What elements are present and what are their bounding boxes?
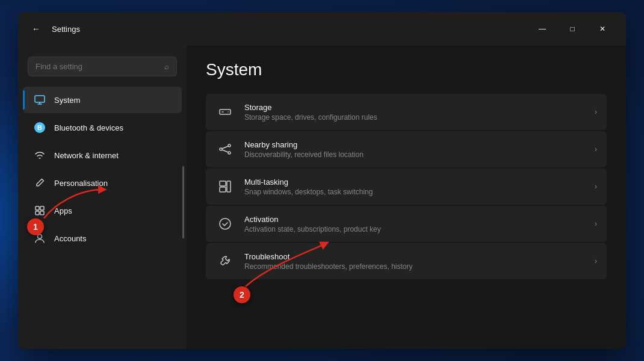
troubleshoot-title: Troubleshoot	[244, 252, 585, 261]
activation-chevron: ›	[595, 220, 597, 228]
settings-window: ← Settings — □ ✕	[18, 12, 626, 349]
sidebar-label-network: Network & internet	[54, 151, 119, 160]
nearby-sharing-title: Nearby sharing	[244, 140, 585, 149]
title-bar: ← Settings — □ ✕	[18, 12, 626, 46]
storage-icon	[215, 102, 235, 122]
svg-rect-3	[36, 211, 39, 215]
search-box[interactable]: ⌕	[28, 57, 177, 76]
svg-rect-2	[40, 206, 44, 210]
activation-desc: Activation state, subscriptions, product…	[244, 225, 585, 233]
svg-rect-1	[36, 206, 39, 210]
sidebar-item-personalisation[interactable]: Personalisation	[23, 170, 182, 196]
troubleshoot-desc: Recommended troubleshooters, preferences…	[244, 262, 585, 271]
minimize-button[interactable]: —	[528, 19, 556, 39]
troubleshoot-chevron: ›	[595, 257, 597, 265]
sidebar-item-bluetooth[interactable]: B Bluetooth & devices	[23, 114, 182, 141]
window-title: Settings	[52, 25, 80, 34]
svg-point-7	[220, 148, 222, 150]
svg-rect-6	[220, 110, 231, 114]
nearby-sharing-icon	[215, 140, 235, 159]
multitasking-text: Multi-tasking Snap windows, desktops, ta…	[244, 177, 585, 196]
nearby-sharing-desc: Discoverability, received files location	[244, 150, 585, 159]
svg-rect-0	[35, 96, 45, 102]
sidebar-label-apps: Apps	[54, 206, 72, 215]
page-title: System	[206, 60, 607, 79]
svg-rect-12	[227, 181, 231, 192]
search-container: ⌕	[18, 52, 187, 86]
svg-rect-4	[40, 211, 44, 215]
settings-item-multitasking[interactable]: Multi-tasking Snap windows, desktops, ta…	[206, 168, 607, 205]
settings-item-nearby-sharing[interactable]: Nearby sharing Discoverability, received…	[206, 131, 607, 167]
scrollbar[interactable]	[182, 166, 184, 238]
sidebar-item-network[interactable]: Network & internet	[23, 142, 182, 168]
settings-item-storage[interactable]: Storage Storage space, drives, configura…	[206, 94, 607, 130]
svg-point-13	[220, 218, 231, 229]
storage-title: Storage	[244, 103, 585, 112]
search-input[interactable]	[36, 62, 159, 71]
content-area: System Storage Storage space, drives	[187, 46, 626, 349]
sidebar-item-apps[interactable]: Apps	[23, 197, 182, 224]
multitasking-title: Multi-tasking	[244, 177, 585, 187]
sidebar-label-personalisation: Personalisation	[54, 179, 108, 188]
bluetooth-icon: B	[33, 120, 47, 135]
search-icon: ⌕	[164, 62, 169, 71]
main-layout: ⌕ System B	[18, 46, 626, 349]
personalisation-icon	[33, 176, 47, 190]
maximize-button[interactable]: □	[559, 19, 586, 39]
apps-icon	[33, 203, 47, 218]
multitasking-icon	[215, 177, 235, 196]
close-button[interactable]: ✕	[589, 19, 616, 39]
nearby-sharing-chevron: ›	[595, 145, 597, 153]
troubleshoot-text: Troubleshoot Recommended troubleshooters…	[244, 252, 585, 271]
sidebar: ⌕ System B	[18, 46, 187, 349]
settings-item-troubleshoot[interactable]: Troubleshoot Recommended troubleshooters…	[206, 243, 607, 279]
nearby-sharing-text: Nearby sharing Discoverability, received…	[244, 140, 585, 159]
window-controls: — □ ✕	[528, 19, 616, 39]
storage-chevron: ›	[595, 108, 597, 116]
sidebar-label-bluetooth: Bluetooth & devices	[54, 123, 123, 132]
svg-rect-10	[220, 181, 226, 186]
sidebar-item-system[interactable]: System	[23, 87, 182, 113]
troubleshoot-icon	[215, 251, 235, 271]
annotation-2: 2	[234, 286, 250, 303]
activation-icon	[215, 214, 235, 233]
settings-list: Storage Storage space, drives, configura…	[206, 94, 607, 279]
back-button[interactable]: ←	[28, 20, 45, 37]
svg-point-8	[228, 144, 231, 147]
multitasking-chevron: ›	[595, 182, 597, 191]
network-icon	[33, 148, 47, 162]
multitasking-desc: Snap windows, desktops, task switching	[244, 188, 585, 196]
svg-point-5	[38, 235, 42, 239]
storage-text: Storage Storage space, drives, configura…	[244, 103, 585, 122]
sidebar-label-accounts: Accounts	[54, 234, 86, 243]
svg-point-9	[228, 152, 231, 154]
annotation-1: 1	[27, 218, 44, 235]
activation-text: Activation Activation state, subscriptio…	[244, 215, 585, 233]
sidebar-item-accounts[interactable]: Accounts	[23, 225, 182, 251]
system-icon	[33, 93, 47, 107]
storage-desc: Storage space, drives, configuration rul…	[244, 113, 585, 122]
activation-title: Activation	[244, 215, 585, 224]
settings-item-activation[interactable]: Activation Activation state, subscriptio…	[206, 206, 607, 242]
svg-rect-11	[220, 187, 226, 192]
sidebar-label-system: System	[54, 96, 80, 105]
